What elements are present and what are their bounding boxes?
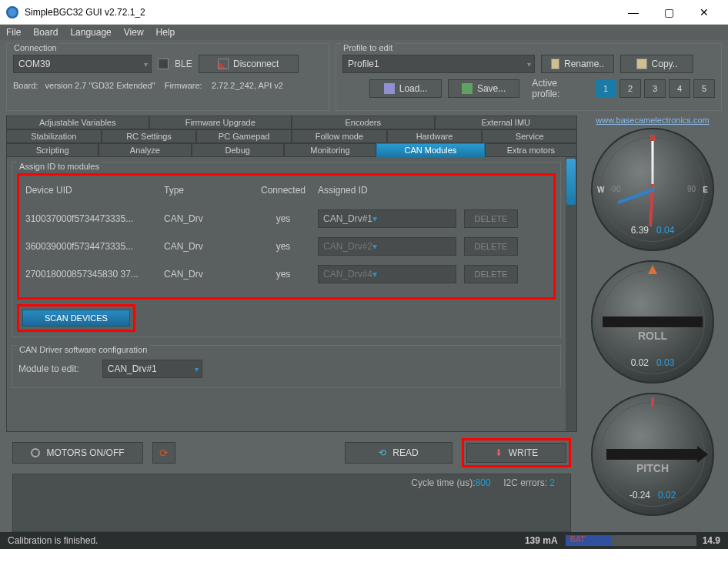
close-button[interactable]: ✕ [686,1,722,24]
rename-icon [551,59,559,69]
tab-analyze[interactable]: Analyze [99,143,191,157]
table-row: 360039000f5734473335... CAN_Drv yes CAN_… [25,233,547,260]
menu-help[interactable]: Help [156,27,175,38]
read-button[interactable]: ⟲ READ [345,442,452,464]
chevron-down-icon: ▾ [372,269,377,280]
tab-scripting[interactable]: Scripting [6,143,99,157]
tab-rc-settings[interactable]: RC Settings [102,129,197,143]
ble-label: BLE [175,59,192,69]
tab-external-imu[interactable]: External IMU [435,116,578,129]
write-icon: ⬇ [495,447,503,458]
copy-button[interactable]: Copy.. [620,55,693,73]
profile-panel: Profile to edit Profile1▾ Rename.. Copy.… [336,43,722,111]
window-titlebar: SimpleBGC32 GUI v2.72.1_2 — ▢ ✕ [0,0,728,25]
compass-east-icon: E [703,186,708,194]
rename-button[interactable]: Rename.. [541,55,614,73]
delete-button[interactable]: DELETE [464,237,518,256]
tab-firmware-upgrade[interactable]: Firmware Upgrade [149,116,292,129]
battery-bar: BAT [566,535,696,546]
copy-icon [636,59,647,69]
device-table-highlight: Device UID Type Connected Assigned ID 31… [17,173,556,300]
roll-horizon [603,316,703,327]
delete-button[interactable]: DELETE [464,209,518,228]
write-button[interactable]: ⬇ WRITE [466,443,566,463]
assign-title: Assign ID to modules [17,162,102,171]
assigned-id-combo[interactable]: CAN_Drv#1▾ [318,209,456,228]
chevron-down-icon: ▾ [144,60,148,69]
profile-combo[interactable]: Profile1▾ [342,55,535,73]
pitch-gauge: -90 90 PITCH -0.24 0.02 [591,393,714,516]
battery-value: 14.9 [703,535,720,546]
app-icon [6,6,18,18]
current-readout: 139 mA [525,535,558,546]
disconnect-button[interactable]: Disconnect [199,55,299,73]
menu-file[interactable]: File [6,27,21,38]
menu-language[interactable]: Language [70,27,111,38]
tab-service[interactable]: Service [482,129,577,143]
chevron-down-icon: ▾ [195,365,199,373]
module-to-edit-combo[interactable]: CAN_Drv#1▾ [102,360,202,378]
abort-button[interactable]: ⟳ [152,442,175,464]
profile-btn-2[interactable]: 2 [619,79,641,98]
compass-gauge: N W E -90 90 6.39 0.04 [591,128,714,251]
menu-board[interactable]: Board [33,27,58,38]
disconnect-icon [218,59,229,69]
connection-title: Connection [12,43,59,52]
module-to-edit-label: Module to edit: [18,363,79,374]
profile-btn-4[interactable]: 4 [669,79,690,98]
pitch-marker-icon [651,397,654,407]
minimize-button[interactable]: — [616,1,651,24]
compass-west-icon: W [597,186,604,194]
website-link[interactable]: www.basecamelectronics.com [596,116,709,125]
tab-pc-gamepad[interactable]: PC Gamepad [196,129,292,143]
profile-btn-1[interactable]: 1 [595,79,616,98]
tab-debug[interactable]: Debug [192,143,284,157]
save-icon [462,83,473,94]
table-row: 310037000f5734473335... CAN_Drv yes CAN_… [25,205,547,233]
load-icon [384,83,395,94]
status-area: Cycle time (us):800 I2C errors: 2 [12,474,571,532]
ble-checkbox[interactable] [158,59,169,69]
menu-view[interactable]: View [124,27,144,38]
delete-button[interactable]: DELETE [464,265,518,283]
write-highlight: ⬇ WRITE [462,438,571,467]
tab-adjustable-variables[interactable]: Adjustable Variables [6,116,149,129]
table-header: Device UID Type Connected Assigned ID [25,180,547,205]
scan-highlight: SCAN DEVICES [17,304,135,332]
window-title: SimpleBGC32 GUI v2.72.1_2 [25,7,616,18]
read-icon: ⟲ [379,447,386,458]
port-combo[interactable]: COM39▾ [13,55,152,73]
tab-bar: Adjustable Variables Firmware Upgrade En… [6,116,577,157]
profile-btn-5[interactable]: 5 [693,79,715,98]
active-profile-label: Active profile: [532,78,583,99]
assigned-id-combo[interactable]: CAN_Drv#2▾ [318,237,456,256]
maximize-button[interactable]: ▢ [651,1,686,24]
scan-devices-button[interactable]: SCAN DEVICES [22,310,130,327]
tab-can-modules[interactable]: CAN Modules [376,143,485,157]
tab-monitoring[interactable]: Monitoring [284,143,376,157]
refresh-icon: ⟳ [159,447,169,459]
chevron-down-icon: ▾ [372,241,377,252]
connection-panel: Connection COM39▾ BLE Disconnect Board: … [6,43,329,111]
assign-id-group: Assign ID to modules Device UID Type Con… [12,162,561,337]
tab-stabilization[interactable]: Stabilization [6,129,102,143]
action-bar: MOTORS ON/OFF ⟳ ⟲ READ ⬇ WRITE [6,432,577,474]
chevron-down-icon: ▾ [527,60,531,69]
tab-extra-motors[interactable]: Extra motors [485,143,577,157]
assigned-id-combo[interactable]: CAN_Drv#4▾ [318,265,456,283]
can-config-group: CAN Driver software configuration Module… [12,345,561,388]
status-bar: Calibration is finished. 139 mA BAT 14.9 [0,532,728,549]
tab-follow-mode[interactable]: Follow mode [292,129,387,143]
roll-gauge: -90 90 ROLL 0.02 0.03 [591,260,714,383]
gauges-panel: www.basecamelectronics.com N W E -90 90 … [583,116,722,532]
scrollbar[interactable] [566,157,576,431]
tab-hardware[interactable]: Hardware [387,129,483,143]
profile-btn-3[interactable]: 3 [644,79,666,98]
scrollbar-thumb[interactable] [566,159,576,205]
power-icon [31,448,40,457]
motors-toggle-button[interactable]: MOTORS ON/OFF [12,442,143,464]
config-title: CAN Driver software configuration [17,345,149,354]
save-button[interactable]: Save... [448,79,519,98]
tab-encoders[interactable]: Encoders [292,116,435,129]
load-button[interactable]: Load... [369,79,441,98]
